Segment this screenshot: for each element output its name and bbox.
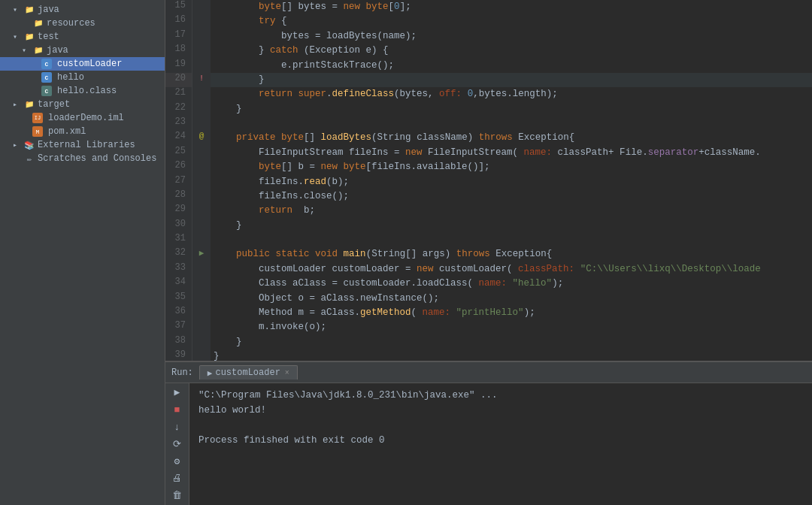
sidebar-item-hello-class[interactable]: C hello.class xyxy=(0,84,165,98)
run-play-button[interactable]: ▶ xyxy=(169,386,186,399)
code-line: 19 e.printStackTrace(); xyxy=(165,59,812,73)
line-gutter: @ xyxy=(192,131,211,145)
line-code: m.invoke(o); xyxy=(211,320,812,334)
line-number: 31 xyxy=(165,233,192,247)
line-code: bytes = loadBytes(name); xyxy=(211,29,812,44)
line-number: 19 xyxy=(165,59,192,73)
line-gutter: ▶ xyxy=(192,247,211,262)
line-number: 37 xyxy=(165,320,192,334)
sidebar-item-external-libraries[interactable]: ▸ 📚 External Libraries xyxy=(0,138,165,152)
sidebar-item-label: Scratches and Consoles xyxy=(38,153,156,164)
folder-icon: 📁 xyxy=(23,4,35,16)
sidebar-item-resources[interactable]: 📁 resources xyxy=(0,17,165,30)
output-line-cmd: "C:\Program Files\Java\jdk1.8.0_231\bin\… xyxy=(198,388,803,403)
sidebar-item-scratches[interactable]: ✏️ Scratches and Consoles xyxy=(0,152,165,165)
sidebar-item-label: customLoader xyxy=(57,59,122,69)
line-code: } xyxy=(211,349,812,361)
sidebar-item-test[interactable]: ▾ 📁 test xyxy=(0,30,165,44)
line-code: fileIns.close(); xyxy=(211,189,812,204)
line-gutter xyxy=(192,320,211,334)
code-line: 31 xyxy=(165,233,812,247)
line-gutter xyxy=(192,277,211,291)
line-number: 26 xyxy=(165,160,192,174)
line-gutter xyxy=(192,59,211,73)
line-number: 24 xyxy=(165,131,192,145)
line-number: 22 xyxy=(165,102,192,116)
sidebar-item-label: test xyxy=(38,32,59,42)
run-tab-close-button[interactable]: × xyxy=(285,369,289,377)
line-code: FileInputStream fileIns = new FileInputS… xyxy=(211,146,812,160)
line-code: customLoader customLoader = new customLo… xyxy=(211,262,812,277)
code-line: 20 ! } xyxy=(165,73,812,87)
sidebar-item-label: hello xyxy=(57,72,84,83)
run-settings-button[interactable]: ⚙ xyxy=(169,455,186,467)
sidebar-item-label: resources xyxy=(47,18,95,29)
line-code: try { xyxy=(211,14,812,29)
line-code: } xyxy=(211,219,812,233)
code-line: 21 return super.defineClass(bytes, off: … xyxy=(165,87,812,101)
line-code: return super.defineClass(bytes, off: 0,b… xyxy=(211,87,812,101)
sidebar-item-customLoader[interactable]: C customLoader xyxy=(0,57,165,71)
run-scroll-down-button[interactable]: ↓ xyxy=(169,421,186,434)
sidebar-item-label: java xyxy=(38,5,59,15)
line-code xyxy=(211,116,812,131)
sidebar-item-hello[interactable]: C hello xyxy=(0,71,165,84)
line-gutter xyxy=(192,219,211,233)
code-lines: 15 byte[] bytes = new byte[0]; 16 try { … xyxy=(165,0,812,361)
sidebar-item-loaderDemo[interactable]: IJ loaderDemo.iml xyxy=(0,111,165,125)
sidebar-item-target[interactable]: ▸ 📁 target xyxy=(0,98,165,111)
line-number: 18 xyxy=(165,44,192,58)
arrow-icon: ▾ xyxy=(9,31,21,43)
libraries-icon: 📚 xyxy=(23,139,35,151)
line-gutter xyxy=(192,87,211,101)
sidebar-item-label: pom.xml xyxy=(48,126,86,137)
line-gutter xyxy=(192,335,211,349)
code-line: 34 Class aClass = customLoader.loadClass… xyxy=(165,277,812,291)
sidebar-item-pom[interactable]: M pom.xml xyxy=(0,125,165,138)
arrow-icon: ▾ xyxy=(18,44,30,56)
editor[interactable]: 15 byte[] bytes = new byte[0]; 16 try { … xyxy=(165,0,812,361)
line-number: 21 xyxy=(165,87,192,101)
code-line: 29 return b; xyxy=(165,204,812,218)
folder-icon: 📁 xyxy=(23,31,35,43)
arrow-icon: ▾ xyxy=(9,4,21,16)
line-gutter xyxy=(192,0,211,14)
code-line: 22 } xyxy=(165,102,812,116)
code-line: 33 customLoader customLoader = new custo… xyxy=(165,262,812,277)
line-gutter xyxy=(192,14,211,29)
line-gutter xyxy=(192,44,211,58)
run-clear-button[interactable]: 🗑 xyxy=(169,489,186,502)
run-tab[interactable]: ▶ customLoader × xyxy=(199,365,298,380)
scratches-icon: ✏️ xyxy=(23,153,35,165)
line-number: 16 xyxy=(165,14,192,29)
line-gutter xyxy=(192,306,211,320)
code-line: 39 } xyxy=(165,349,812,361)
line-gutter xyxy=(192,175,211,189)
code-line: 16 try { xyxy=(165,14,812,29)
code-line: 28 fileIns.close(); xyxy=(165,189,812,204)
code-line: 27 fileIns.read(b); xyxy=(165,175,812,189)
line-code: private byte[] loadBytes(String classNam… xyxy=(211,131,812,145)
right-panel: 15 byte[] bytes = new byte[0]; 16 try { … xyxy=(165,0,812,505)
code-line: 15 byte[] bytes = new byte[0]; xyxy=(165,0,812,14)
sidebar-item-java2[interactable]: ▾ 📁 java xyxy=(0,44,165,57)
sidebar-item-java[interactable]: ▾ 📁 java xyxy=(0,3,165,17)
run-rerun-button[interactable]: ⟳ xyxy=(169,438,186,451)
run-label: Run: xyxy=(171,367,193,378)
run-stop-button[interactable]: ■ xyxy=(169,404,186,416)
line-code: } xyxy=(211,73,812,87)
run-output[interactable]: "C:\Program Files\Java\jdk1.8.0_231\bin\… xyxy=(189,383,812,505)
output-line-hello: hello world! xyxy=(198,403,803,418)
code-line: 24 @ private byte[] loadBytes(String cla… xyxy=(165,131,812,145)
run-print-button[interactable]: 🖨 xyxy=(169,472,186,485)
line-number: 30 xyxy=(165,219,192,233)
line-gutter xyxy=(192,204,211,218)
line-code: } xyxy=(211,335,812,349)
line-code xyxy=(211,233,812,247)
line-number: 28 xyxy=(165,189,192,204)
folder-icon: 📁 xyxy=(32,44,44,56)
line-gutter xyxy=(192,102,211,116)
line-gutter xyxy=(192,116,211,131)
java-file-icon: C xyxy=(41,72,52,83)
xml-file-icon: M xyxy=(32,126,43,137)
